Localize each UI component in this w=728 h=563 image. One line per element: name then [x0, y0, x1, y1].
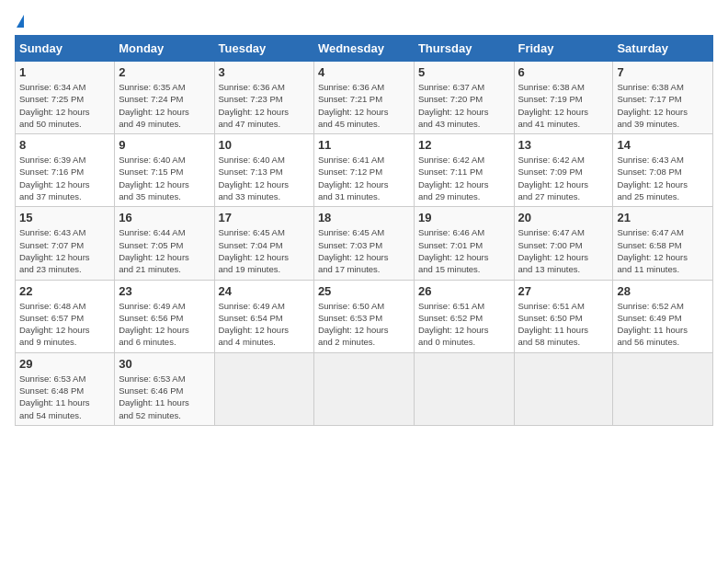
- day-number: 16: [119, 211, 210, 224]
- calendar-cell: 11Sunrise: 6:41 AM Sunset: 7:12 PM Dayli…: [313, 134, 414, 207]
- day-detail: Sunrise: 6:36 AM Sunset: 7:21 PM Dayligh…: [318, 81, 410, 130]
- day-number: 20: [518, 211, 609, 224]
- day-number: 14: [617, 138, 709, 152]
- day-number: 19: [418, 211, 510, 224]
- calendar-cell: 30Sunrise: 6:53 AM Sunset: 6:46 PM Dayli…: [115, 352, 214, 425]
- calendar-cell: 3Sunrise: 6:36 AM Sunset: 7:23 PM Daylig…: [214, 62, 313, 134]
- calendar-cell: [414, 352, 514, 425]
- calendar-cell: 7Sunrise: 6:38 AM Sunset: 7:17 PM Daylig…: [613, 62, 713, 134]
- logo: [15, 15, 24, 28]
- calendar-week-2: 8Sunrise: 6:39 AM Sunset: 7:16 PM Daylig…: [16, 134, 713, 207]
- day-number: 15: [19, 211, 110, 224]
- calendar-cell: [313, 352, 414, 425]
- day-number: 6: [518, 65, 609, 79]
- day-number: 12: [418, 138, 510, 152]
- day-detail: Sunrise: 6:45 AM Sunset: 7:04 PM Dayligh…: [219, 226, 310, 275]
- calendar-cell: 27Sunrise: 6:51 AM Sunset: 6:50 PM Dayli…: [514, 280, 613, 352]
- calendar-week-3: 15Sunrise: 6:43 AM Sunset: 7:07 PM Dayli…: [16, 207, 713, 280]
- calendar-header-row: SundayMondayTuesdayWednesdayThursdayFrid…: [16, 36, 713, 62]
- calendar-cell: [214, 352, 313, 425]
- day-detail: Sunrise: 6:47 AM Sunset: 7:00 PM Dayligh…: [518, 226, 609, 275]
- day-number: 26: [418, 284, 510, 298]
- day-detail: Sunrise: 6:35 AM Sunset: 7:24 PM Dayligh…: [119, 81, 210, 130]
- day-number: 29: [19, 357, 110, 371]
- day-detail: Sunrise: 6:50 AM Sunset: 6:53 PM Dayligh…: [318, 300, 410, 349]
- day-detail: Sunrise: 6:45 AM Sunset: 7:03 PM Dayligh…: [318, 226, 410, 275]
- day-number: 8: [19, 138, 110, 152]
- calendar-cell: [613, 352, 713, 425]
- day-header-sunday: Sunday: [16, 36, 115, 62]
- calendar-cell: 13Sunrise: 6:42 AM Sunset: 7:09 PM Dayli…: [514, 134, 613, 207]
- calendar-table: SundayMondayTuesdayWednesdayThursdayFrid…: [15, 35, 713, 426]
- calendar-cell: 18Sunrise: 6:45 AM Sunset: 7:03 PM Dayli…: [313, 207, 414, 280]
- day-detail: Sunrise: 6:51 AM Sunset: 6:52 PM Dayligh…: [418, 300, 510, 349]
- day-detail: Sunrise: 6:37 AM Sunset: 7:20 PM Dayligh…: [418, 81, 510, 130]
- day-number: 24: [219, 284, 310, 298]
- day-number: 25: [318, 284, 410, 298]
- calendar-week-1: 1Sunrise: 6:34 AM Sunset: 7:25 PM Daylig…: [16, 62, 713, 134]
- day-number: 30: [119, 357, 210, 371]
- day-number: 7: [617, 65, 709, 79]
- calendar-week-5: 29Sunrise: 6:53 AM Sunset: 6:48 PM Dayli…: [16, 352, 713, 425]
- day-number: 28: [617, 284, 709, 298]
- day-detail: Sunrise: 6:42 AM Sunset: 7:11 PM Dayligh…: [418, 154, 510, 202]
- calendar-cell: 24Sunrise: 6:49 AM Sunset: 6:54 PM Dayli…: [214, 280, 313, 352]
- calendar-cell: 25Sunrise: 6:50 AM Sunset: 6:53 PM Dayli…: [313, 280, 414, 352]
- day-detail: Sunrise: 6:47 AM Sunset: 6:58 PM Dayligh…: [617, 226, 709, 275]
- calendar-cell: 26Sunrise: 6:51 AM Sunset: 6:52 PM Dayli…: [414, 280, 514, 352]
- day-detail: Sunrise: 6:53 AM Sunset: 6:48 PM Dayligh…: [19, 373, 110, 421]
- day-detail: Sunrise: 6:46 AM Sunset: 7:01 PM Dayligh…: [418, 226, 510, 275]
- day-detail: Sunrise: 6:40 AM Sunset: 7:13 PM Dayligh…: [219, 154, 310, 202]
- calendar-cell: 2Sunrise: 6:35 AM Sunset: 7:24 PM Daylig…: [115, 62, 214, 134]
- day-detail: Sunrise: 6:41 AM Sunset: 7:12 PM Dayligh…: [318, 154, 410, 202]
- calendar-cell: 6Sunrise: 6:38 AM Sunset: 7:19 PM Daylig…: [514, 62, 613, 134]
- calendar-cell: 16Sunrise: 6:44 AM Sunset: 7:05 PM Dayli…: [115, 207, 214, 280]
- day-number: 11: [318, 138, 410, 152]
- day-number: 3: [219, 65, 310, 79]
- day-number: 2: [119, 65, 210, 79]
- day-header-wednesday: Wednesday: [313, 36, 414, 62]
- day-detail: Sunrise: 6:34 AM Sunset: 7:25 PM Dayligh…: [19, 81, 110, 130]
- day-detail: Sunrise: 6:42 AM Sunset: 7:09 PM Dayligh…: [518, 154, 609, 202]
- calendar-cell: 20Sunrise: 6:47 AM Sunset: 7:00 PM Dayli…: [514, 207, 613, 280]
- day-header-monday: Monday: [115, 36, 214, 62]
- day-number: 4: [318, 65, 410, 79]
- day-number: 22: [19, 284, 110, 298]
- calendar-cell: 14Sunrise: 6:43 AM Sunset: 7:08 PM Dayli…: [613, 134, 713, 207]
- calendar-cell: 19Sunrise: 6:46 AM Sunset: 7:01 PM Dayli…: [414, 207, 514, 280]
- calendar-cell: 9Sunrise: 6:40 AM Sunset: 7:15 PM Daylig…: [115, 134, 214, 207]
- calendar-cell: 22Sunrise: 6:48 AM Sunset: 6:57 PM Dayli…: [16, 280, 115, 352]
- calendar-cell: 4Sunrise: 6:36 AM Sunset: 7:21 PM Daylig…: [313, 62, 414, 134]
- day-detail: Sunrise: 6:43 AM Sunset: 7:07 PM Dayligh…: [19, 226, 110, 275]
- day-number: 10: [219, 138, 310, 152]
- calendar-week-4: 22Sunrise: 6:48 AM Sunset: 6:57 PM Dayli…: [16, 280, 713, 352]
- day-detail: Sunrise: 6:43 AM Sunset: 7:08 PM Dayligh…: [617, 154, 709, 202]
- calendar-cell: 28Sunrise: 6:52 AM Sunset: 6:49 PM Dayli…: [613, 280, 713, 352]
- day-header-friday: Friday: [514, 36, 613, 62]
- day-detail: Sunrise: 6:38 AM Sunset: 7:17 PM Dayligh…: [617, 81, 709, 130]
- day-number: 17: [219, 211, 310, 224]
- day-detail: Sunrise: 6:44 AM Sunset: 7:05 PM Dayligh…: [119, 226, 210, 275]
- calendar-cell: 1Sunrise: 6:34 AM Sunset: 7:25 PM Daylig…: [16, 62, 115, 134]
- calendar-cell: 17Sunrise: 6:45 AM Sunset: 7:04 PM Dayli…: [214, 207, 313, 280]
- day-number: 18: [318, 211, 410, 224]
- day-detail: Sunrise: 6:40 AM Sunset: 7:15 PM Dayligh…: [119, 154, 210, 202]
- day-detail: Sunrise: 6:52 AM Sunset: 6:49 PM Dayligh…: [617, 300, 709, 349]
- day-header-tuesday: Tuesday: [214, 36, 313, 62]
- calendar-cell: 10Sunrise: 6:40 AM Sunset: 7:13 PM Dayli…: [214, 134, 313, 207]
- day-header-saturday: Saturday: [613, 36, 713, 62]
- day-number: 1: [19, 65, 110, 79]
- day-number: 13: [518, 138, 609, 152]
- calendar-cell: 29Sunrise: 6:53 AM Sunset: 6:48 PM Dayli…: [16, 352, 115, 425]
- day-number: 27: [518, 284, 609, 298]
- calendar-cell: 5Sunrise: 6:37 AM Sunset: 7:20 PM Daylig…: [414, 62, 514, 134]
- day-detail: Sunrise: 6:51 AM Sunset: 6:50 PM Dayligh…: [518, 300, 609, 349]
- day-number: 21: [617, 211, 709, 224]
- calendar-cell: 8Sunrise: 6:39 AM Sunset: 7:16 PM Daylig…: [16, 134, 115, 207]
- calendar-cell: 21Sunrise: 6:47 AM Sunset: 6:58 PM Dayli…: [613, 207, 713, 280]
- day-number: 23: [119, 284, 210, 298]
- day-detail: Sunrise: 6:49 AM Sunset: 6:54 PM Dayligh…: [219, 300, 310, 349]
- day-number: 9: [119, 138, 210, 152]
- day-detail: Sunrise: 6:38 AM Sunset: 7:19 PM Dayligh…: [518, 81, 609, 130]
- day-detail: Sunrise: 6:53 AM Sunset: 6:46 PM Dayligh…: [119, 373, 210, 421]
